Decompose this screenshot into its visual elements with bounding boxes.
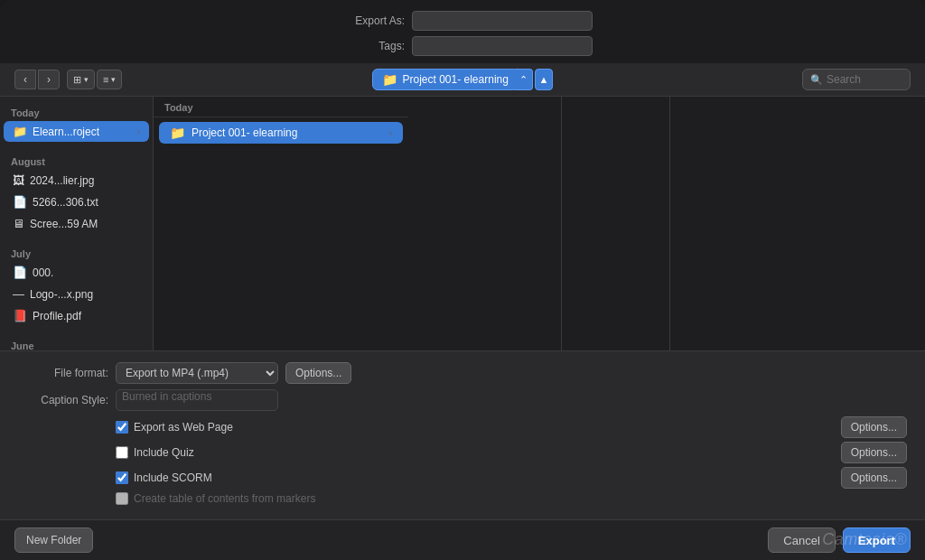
nav-forward-button[interactable]: ›: [38, 70, 60, 89]
caption-style-row: Caption Style: Burned in captions: [18, 389, 907, 411]
file-format-label: File format:: [18, 367, 108, 379]
sidebar-item-txt[interactable]: 📄 5266...306.txt: [4, 191, 149, 212]
view-chevron-icon: ▾: [84, 75, 89, 84]
list-chevron-icon: ▾: [111, 75, 116, 84]
include-scorm-options-button[interactable]: Options...: [841, 467, 907, 489]
export-webpage-checkbox[interactable]: [116, 421, 128, 434]
view-list-button[interactable]: ≡ ▾: [97, 70, 122, 89]
create-toc-label: Create table of contents from markers: [134, 492, 315, 505]
sidebar-item-label: Scree...59 AM: [30, 218, 98, 230]
include-scorm-checkbox[interactable]: [116, 471, 128, 484]
sidebar-item-logo[interactable]: — Logo-...x.png: [4, 284, 149, 304]
location-dropdown-button[interactable]: ⌃: [515, 69, 533, 90]
empty-pane: [670, 97, 925, 350]
tags-label: Tags:: [332, 40, 405, 52]
sidebar-today-group: Today 📁 Elearn...roject ›: [0, 104, 153, 142]
dash-icon: —: [13, 287, 24, 301]
sidebar-item-elearn[interactable]: 📁 Elearn...roject ›: [4, 121, 149, 142]
include-quiz-options-button[interactable]: Options...: [841, 442, 907, 463]
file-format-select[interactable]: Export to MP4 (.mp4) Export to MOV (.mov…: [116, 362, 278, 384]
options-panel: File format: Export to MP4 (.mp4) Export…: [0, 350, 925, 519]
caption-style-value: Burned in captions: [122, 390, 211, 403]
export-as-label: Export As:: [332, 14, 405, 27]
view-icon-button[interactable]: ⊞ ▾: [67, 70, 95, 89]
include-scorm-label[interactable]: Include SCORM: [134, 471, 212, 484]
location-selector: 📁 Project 001- elearning ⌃ ▲: [129, 69, 795, 90]
tags-input[interactable]: [412, 36, 593, 56]
chevron-right-icon: ›: [137, 126, 140, 136]
camtasia-watermark: Camtasia®: [822, 530, 907, 549]
toolbar: ‹ › ⊞ ▾ ≡ ▾ 📁 Project 001- elearning ⌃ ▲: [0, 63, 925, 97]
folder-icon: 📁: [13, 125, 27, 138]
image-icon: 🖼: [13, 173, 24, 187]
caption-style-select: Burned in captions: [116, 389, 278, 411]
include-quiz-container: Include Quiz: [116, 446, 834, 459]
sidebar-item-label: 000.: [33, 266, 53, 279]
export-webpage-row: Export as Web Page Options...: [116, 416, 907, 438]
export-webpage-label[interactable]: Export as Web Page: [134, 421, 233, 434]
sidebar-june-header: June: [0, 337, 153, 350]
sidebar-item-label: 5266...306.txt: [33, 196, 98, 209]
chevron-right-icon: ›: [389, 128, 392, 138]
extra-pane-1: [408, 97, 562, 350]
sidebar-item-000[interactable]: 📄 000.: [4, 262, 149, 283]
folder-icon: 📁: [382, 72, 397, 87]
sidebar-today-header: Today: [0, 104, 153, 120]
sidebar-item-label: 2024...lier.jpg: [30, 174, 94, 187]
include-scorm-container: Include SCORM: [116, 471, 834, 484]
screen-icon: 🖥: [13, 217, 24, 230]
sidebar-item-jpg[interactable]: 🖼 2024...lier.jpg: [4, 170, 149, 191]
export-webpage-options-button[interactable]: Options...: [841, 416, 907, 438]
sidebar-item-label: Profile.pdf: [33, 310, 81, 322]
file-pane: Today 📁 Project 001- elearning ›: [154, 97, 408, 350]
file-browser: Today 📁 Elearn...roject › August 🖼 2024.…: [0, 97, 925, 350]
tags-row: Tags:: [18, 36, 907, 56]
sidebar-august-header: August: [0, 153, 153, 169]
new-folder-button[interactable]: New Folder: [14, 527, 93, 553]
nav-buttons: ‹ ›: [14, 70, 60, 89]
export-as-input[interactable]: [412, 11, 593, 31]
top-bar: Export As: Tags:: [0, 0, 925, 63]
search-icon: 🔍: [810, 74, 823, 86]
doc-icon: 📄: [13, 266, 27, 279]
dropdown-icon: ⌃: [519, 74, 528, 86]
search-input[interactable]: [827, 73, 899, 86]
text-icon: 📄: [13, 195, 27, 209]
create-toc-checkbox: [116, 492, 128, 505]
view-buttons: ⊞ ▾ ≡ ▾: [67, 70, 122, 89]
action-bar: New Folder Cancel Export: [0, 519, 925, 560]
extra-pane-2: [562, 97, 670, 350]
file-pane-header: Today: [154, 97, 408, 117]
include-quiz-checkbox[interactable]: [116, 446, 128, 459]
folder-icon: 📁: [170, 126, 184, 140]
location-up-button[interactable]: ▲: [535, 69, 553, 90]
search-box: 🔍: [802, 69, 911, 90]
location-button[interactable]: 📁 Project 001- elearning: [372, 69, 519, 90]
caption-style-label: Caption Style:: [18, 394, 108, 406]
sidebar-item-pdf[interactable]: 📕 Profile.pdf: [4, 305, 149, 326]
nav-back-button[interactable]: ‹: [14, 70, 36, 89]
export-as-row: Export As:: [18, 11, 907, 31]
sidebar: Today 📁 Elearn...roject › August 🖼 2024.…: [0, 97, 154, 350]
sidebar-item-label: Logo-...x.png: [30, 288, 93, 301]
file-item-label: Project 001- elearning: [192, 126, 297, 139]
file-item-project[interactable]: 📁 Project 001- elearning ›: [159, 122, 403, 144]
pdf-icon: 📕: [13, 309, 27, 322]
sidebar-june-group: June: [0, 337, 153, 350]
sidebar-item-screenshot[interactable]: 🖥 Scree...59 AM: [4, 213, 149, 234]
sidebar-july-header: July: [0, 245, 153, 261]
grid-icon: ⊞: [73, 74, 81, 86]
include-quiz-label[interactable]: Include Quiz: [134, 446, 194, 459]
sidebar-august-group: August 🖼 2024...lier.jpg 📄 5266...306.tx…: [0, 153, 153, 234]
sidebar-july-group: July 📄 000. — Logo-...x.png 📕 Profile.pd…: [0, 245, 153, 326]
export-webpage-container: Export as Web Page: [116, 421, 834, 434]
file-format-row: File format: Export to MP4 (.mp4) Export…: [18, 362, 907, 384]
create-toc-container: Create table of contents from markers: [116, 492, 907, 505]
include-scorm-row: Include SCORM Options...: [116, 467, 907, 489]
location-name: Project 001- elearning: [403, 73, 509, 86]
up-chevron-icon: ▲: [538, 74, 548, 85]
file-format-options-button[interactable]: Options...: [285, 362, 351, 384]
include-quiz-row: Include Quiz Options...: [116, 442, 907, 463]
sidebar-item-label: Elearn...roject: [33, 126, 99, 138]
list-icon: ≡: [103, 74, 108, 85]
